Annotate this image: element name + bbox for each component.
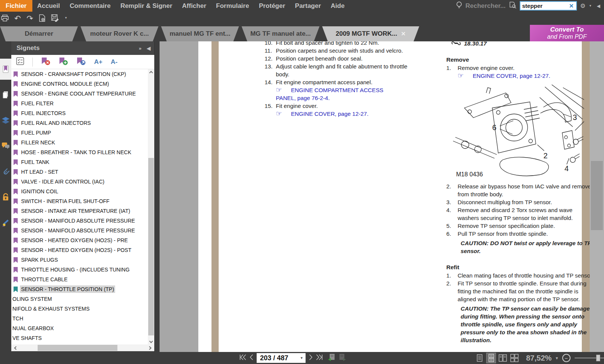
previous-view-icon[interactable]: [328, 353, 335, 362]
add-bookmark-icon[interactable]: [59, 57, 68, 67]
decrease-font-icon[interactable]: A-: [111, 58, 117, 66]
last-page-icon[interactable]: [316, 354, 323, 362]
menu-item[interactable]: Formulaire: [211, 0, 254, 12]
document-tab[interactable]: Démarrer: [0, 26, 78, 41]
document-scroll-thumb[interactable]: [591, 161, 603, 230]
bookmark-item[interactable]: THROTTLE CABLE: [11, 275, 148, 284]
cross-reference-link[interactable]: ENGINE COVER, page 12-27.: [291, 111, 368, 117]
bookmark-item[interactable]: SENSOR - HEATED OXYGEN (HO2S) - PRE: [11, 235, 148, 245]
bookmark-item[interactable]: SENSOR - CRANKSHAFT POSITION (CKP): [11, 69, 148, 79]
menu-item[interactable]: Protéger: [254, 0, 290, 12]
next-page-icon[interactable]: [309, 354, 313, 362]
cross-reference-link[interactable]: ENGINE COMPARTMENT ACCESS PANEL, page 76…: [276, 87, 383, 101]
print-icon[interactable]: [1, 15, 9, 21]
menu-item[interactable]: Commentaire: [65, 0, 116, 12]
search-document-icon[interactable]: [509, 2, 516, 10]
bookmark-item[interactable]: FUEL FILTER: [11, 99, 148, 108]
horizontal-scroll-thumb[interactable]: [38, 345, 117, 351]
menu-fichier[interactable]: Fichier: [0, 0, 32, 12]
bookmark-item[interactable]: SENSOR - MANIFOLD ABSOLUTE PRESSURE: [11, 216, 148, 226]
document-tab[interactable]: MG TF manuel ate...: [242, 26, 319, 41]
sidebar-tab-security[interactable]: [0, 187, 11, 208]
sidebar-tab-signatures[interactable]: [0, 212, 11, 233]
zoom-slider[interactable]: +: [575, 354, 604, 362]
expand-bookmarks-icon[interactable]: [16, 57, 24, 67]
document-tab[interactable]: manuel MG TF ent...: [161, 26, 239, 41]
tab-close-icon[interactable]: ✕: [401, 30, 406, 37]
single-page-view-icon[interactable]: [475, 353, 484, 363]
bookmark-item[interactable]: FUEL PUMP: [11, 128, 148, 138]
document-tab[interactable]: moteur Rover K c...: [81, 26, 158, 41]
undo-icon[interactable]: ↶: [14, 14, 21, 22]
bookmark-item[interactable]: SENSOR - HEATED OXYGEN (HO2S) - POST: [11, 245, 148, 255]
bookmark-item[interactable]: SENSOR - INTAKE AIR TEMPERATURE (IAT): [11, 206, 148, 216]
menu-item[interactable]: Afficher: [177, 0, 211, 12]
bookmark-item[interactable]: TCH: [11, 314, 148, 323]
bookmark-item[interactable]: NIFOLD & EXHAUST SYSTEMS: [11, 304, 148, 314]
scroll-right-icon[interactable]: [146, 344, 153, 351]
clear-search-icon[interactable]: ✕: [567, 3, 576, 9]
bookmark-item[interactable]: FUEL TANK: [11, 157, 148, 167]
next-view-icon[interactable]: [339, 353, 346, 362]
bookmark-item[interactable]: SENSOR - MANIFOLD ABSOLUTE PRESSURE: [11, 226, 148, 235]
save-icon[interactable]: [51, 14, 59, 22]
previous-page-icon[interactable]: [250, 354, 253, 362]
redo-icon[interactable]: ↷: [27, 14, 33, 22]
lightbulb-icon[interactable]: [456, 1, 462, 11]
bookmarks-horizontal-scrollbar[interactable]: [11, 344, 154, 351]
facing-view-icon[interactable]: [498, 353, 507, 363]
bookmark-item[interactable]: NUAL GEARBOX: [11, 323, 148, 333]
bookmark-item[interactable]: VALVE - IDLE AIR CONTROL (IAC): [11, 177, 148, 187]
search-input[interactable]: [520, 3, 567, 9]
facing-continuous-view-icon[interactable]: [510, 353, 519, 363]
document-tab[interactable]: 2009 MGTF WORK... ✕: [322, 26, 419, 41]
bookmark-item[interactable]: SWITCH - INERTIA FUEL SHUT-OFF: [11, 196, 148, 206]
sidebar-tab-bookmarks[interactable]: [0, 59, 11, 80]
document-vertical-scrollbar[interactable]: [590, 41, 604, 352]
continuous-view-icon[interactable]: [487, 353, 496, 363]
zoom-percentage[interactable]: 87,52%: [526, 354, 552, 362]
page-box-caret-icon[interactable]: ▼: [300, 356, 306, 360]
bookmark-item[interactable]: ENGINE CONTROL MODULE (ECM): [11, 79, 148, 89]
file-properties-icon[interactable]: [39, 14, 46, 22]
collapse-panel-icon[interactable]: ◀: [147, 46, 151, 51]
convert-pdf-button[interactable]: Convert To and From PDF: [530, 25, 604, 41]
search-hint-label[interactable]: Rechercher...: [466, 2, 506, 10]
bookmark-item[interactable]: IGNITION COIL: [11, 187, 148, 196]
zoom-out-icon[interactable]: −: [562, 354, 571, 362]
quickbar-more-icon[interactable]: ▼: [64, 17, 67, 20]
vertical-scroll-thumb[interactable]: [148, 158, 154, 335]
gear-caret-icon[interactable]: ▼: [589, 5, 592, 8]
expand-panels-icon[interactable]: »: [139, 46, 141, 51]
scroll-left-icon[interactable]: [13, 344, 19, 351]
zoom-slider-thumb[interactable]: [596, 355, 600, 361]
cross-reference-link[interactable]: ENGINE COVER, page 12-27.: [473, 73, 550, 79]
sidebar-tab-attachments[interactable]: [0, 161, 11, 182]
delete-bookmark-icon[interactable]: [41, 57, 50, 67]
collapse-toolbar-icon[interactable]: ◀: [595, 3, 602, 9]
bookmark-item[interactable]: SPARK PLUGS: [11, 255, 148, 265]
zoom-caret-icon[interactable]: ▼: [555, 356, 559, 360]
scroll-down-icon[interactable]: [148, 338, 154, 344]
bookmark-item[interactable]: FUEL INJECTORS: [11, 108, 148, 118]
sidebar-tab-layers[interactable]: [0, 110, 11, 131]
bookmark-item[interactable]: FILLER NECK: [11, 138, 148, 147]
page-number-value[interactable]: 203 / 487: [257, 354, 300, 362]
menu-item[interactable]: Remplir & Signer: [116, 0, 177, 12]
bookmark-item[interactable]: HOSE - BREATHER - TANK TO FILLER NECK: [11, 147, 148, 157]
bookmark-item[interactable]: SENSOR - THROTTLE POSITION (TP): [11, 284, 148, 294]
menu-item[interactable]: Aide: [326, 0, 350, 12]
menu-item[interactable]: Partager: [290, 0, 326, 12]
first-page-icon[interactable]: [239, 354, 246, 362]
bookmark-item[interactable]: VE SHAFTS: [11, 333, 148, 343]
menu-item[interactable]: Accueil: [32, 0, 65, 12]
gear-icon[interactable]: ⚙: [580, 3, 586, 9]
sidebar-tab-comments[interactable]: [0, 135, 11, 156]
bookmark-item[interactable]: SENSOR - ENGINE COOLANT TEMPERATURE: [11, 89, 148, 99]
bookmark-item[interactable]: OLING SYSTEM: [11, 294, 148, 304]
bookmark-item[interactable]: THROTTLE HOUSING - (INCLUDES TUNING: [11, 265, 148, 275]
scroll-up-icon[interactable]: [148, 69, 154, 76]
locate-bookmark-icon[interactable]: [76, 57, 86, 67]
sidebar-tab-pages[interactable]: [0, 84, 11, 105]
bookmark-item[interactable]: FUEL RAIL AND INJECTORS: [11, 118, 148, 128]
